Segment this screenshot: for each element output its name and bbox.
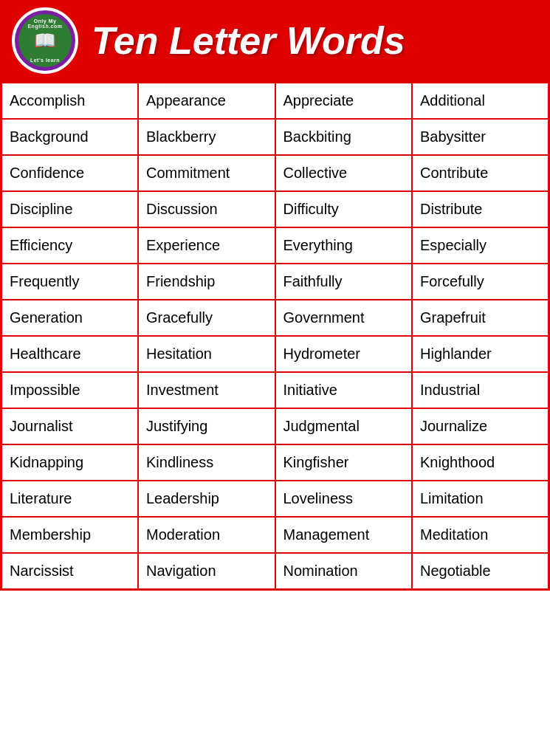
word-cell: Commitment [138, 155, 275, 191]
word-cell: Moderation [138, 517, 275, 553]
word-cell: Journalist [1, 408, 139, 444]
table-row: KidnappingKindlinessKingfisherKnighthood [1, 444, 549, 481]
table-row: ConfidenceCommitmentCollectiveContribute [1, 155, 549, 191]
word-cell: Kingfisher [275, 444, 413, 481]
table-row: JournalistJustifyingJudgmentalJournalize [1, 408, 549, 444]
word-cell: Background [1, 119, 139, 155]
word-cell: Management [275, 517, 413, 553]
word-cell: Justifying [138, 408, 275, 444]
word-table: AccomplishAppearanceAppreciateAdditional… [0, 81, 550, 591]
word-cell: Industrial [412, 372, 549, 408]
word-cell: Gracefully [138, 300, 275, 336]
table-row: EfficiencyExperienceEverythingEspecially [1, 227, 549, 264]
word-cell: Discipline [1, 191, 139, 227]
word-cell: Faithfully [275, 264, 413, 300]
word-cell: Frequently [1, 264, 139, 300]
word-cell: Leadership [138, 481, 275, 517]
word-cell: Knighthood [412, 444, 549, 481]
table-row: DisciplineDiscussionDifficultyDistribute [1, 191, 549, 227]
word-cell: Judgmental [275, 408, 413, 444]
word-cell: Distribute [412, 191, 549, 227]
table-row: ImpossibleInvestmentInitiativeIndustrial [1, 372, 549, 408]
logo-text-bottom: Let's learn [18, 58, 72, 63]
word-cell: Everything [275, 227, 413, 264]
word-cell: Meditation [412, 517, 549, 553]
word-cell: Navigation [138, 553, 275, 590]
site-logo: Only My English.com 📖 Let's learn [12, 7, 78, 74]
word-cell: Collective [275, 155, 413, 191]
word-cell: Contribute [412, 155, 549, 191]
word-cell: Kidnapping [1, 444, 139, 481]
word-cell: Babysitter [412, 119, 549, 155]
word-cell: Especially [412, 227, 549, 264]
word-cell: Blackberry [138, 119, 275, 155]
word-cell: Initiative [275, 372, 413, 408]
word-cell: Highlander [412, 336, 549, 372]
word-cell: Appreciate [275, 83, 413, 120]
word-cell: Experience [138, 227, 275, 264]
word-cell: Backbiting [275, 119, 413, 155]
book-icon: 📖 [34, 30, 56, 51]
word-cell: Appearance [138, 83, 275, 120]
table-row: AccomplishAppearanceAppreciateAdditional [1, 83, 549, 120]
word-cell: Discussion [138, 191, 275, 227]
table-row: LiteratureLeadershipLovelinessLimitation [1, 481, 549, 517]
word-cell: Government [275, 300, 413, 336]
word-cell: Additional [412, 83, 549, 120]
logo-text-top: Only My English.com [18, 18, 72, 29]
word-cell: Negotiable [412, 553, 549, 590]
word-cell: Impossible [1, 372, 139, 408]
word-cell: Loveliness [275, 481, 413, 517]
table-row: NarcissistNavigationNominationNegotiable [1, 553, 549, 590]
word-cell: Confidence [1, 155, 139, 191]
page-header: Only My English.com 📖 Let's learn Ten Le… [0, 0, 550, 81]
word-cell: Difficulty [275, 191, 413, 227]
word-cell: Narcissist [1, 553, 139, 590]
word-cell: Hesitation [138, 336, 275, 372]
word-cell: Grapefruit [412, 300, 549, 336]
word-cell: Forcefully [412, 264, 549, 300]
word-cell: Limitation [412, 481, 549, 517]
word-cell: Investment [138, 372, 275, 408]
table-row: GenerationGracefullyGovernmentGrapefruit [1, 300, 549, 336]
table-row: FrequentlyFriendshipFaithfullyForcefully [1, 264, 549, 300]
page-title: Ten Letter Words [92, 21, 405, 60]
word-cell: Generation [1, 300, 139, 336]
word-cell: Membership [1, 517, 139, 553]
word-cell: Kindliness [138, 444, 275, 481]
table-row: MembershipModerationManagementMeditation [1, 517, 549, 553]
word-cell: Literature [1, 481, 139, 517]
word-cell: Healthcare [1, 336, 139, 372]
table-row: BackgroundBlackberryBackbitingBabysitter [1, 119, 549, 155]
table-row: HealthcareHesitationHydrometerHighlander [1, 336, 549, 372]
word-cell: Efficiency [1, 227, 139, 264]
word-cell: Friendship [138, 264, 275, 300]
word-cell: Hydrometer [275, 336, 413, 372]
word-cell: Accomplish [1, 83, 139, 120]
word-cell: Nomination [275, 553, 413, 590]
word-cell: Journalize [412, 408, 549, 444]
